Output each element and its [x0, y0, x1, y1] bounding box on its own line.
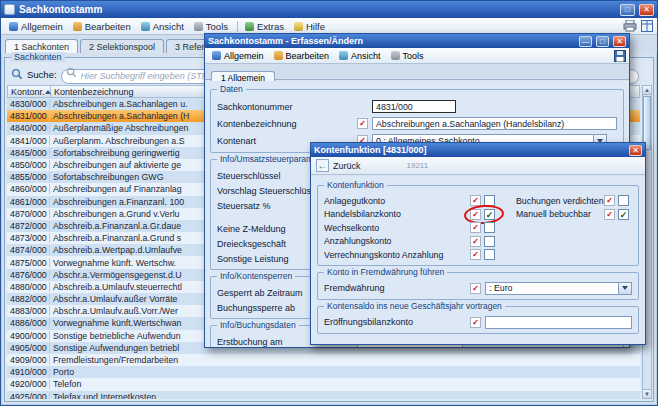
cell-kontonr: 4840/000	[7, 123, 50, 133]
close-button[interactable]: ✕	[639, 4, 654, 16]
column-header-kontonr[interactable]: Kontonr.	[8, 86, 51, 97]
function-column-right: Buchungen verdichtenManuell bebuchbar	[516, 194, 632, 262]
cell-kontenbezeichnung: Telefon	[50, 379, 640, 389]
input-kontenbezeichnung[interactable]: Abschreibungen a.Sachanlagen (Handelsbil…	[372, 117, 617, 130]
table-view-icon[interactable]	[641, 20, 653, 32]
maximize-button[interactable]: □	[620, 4, 635, 16]
save-icon[interactable]	[614, 50, 626, 62]
cell-kontonr: 4876/000	[7, 270, 50, 280]
menu-item-tools[interactable]: Tools	[387, 50, 430, 62]
menu-icon	[9, 22, 18, 31]
scroll-down-icon[interactable]: ▼	[643, 389, 651, 398]
cell-kontonr: 4855/000	[7, 172, 50, 182]
modified-check-icon	[470, 317, 481, 328]
menu-item-label: Bearbeiten	[85, 21, 131, 32]
table-row[interactable]: 4920/000Telefon	[7, 378, 640, 390]
form-id-label: 19211	[407, 161, 429, 170]
main-titlebar: Sachkontostamm □ ✕	[1, 1, 657, 18]
menu-icon	[294, 22, 303, 31]
sort-ascending-icon	[45, 90, 51, 94]
cell-kontonr: 4883/000	[7, 306, 50, 316]
cell-kontonr: 4861/000	[7, 197, 50, 207]
menu-item-hilfe[interactable]: Hilfe	[290, 20, 331, 33]
tab-1-sachkonten[interactable]: 1 Sachkonten	[5, 39, 78, 53]
menu-item-label: Hilfe	[306, 21, 325, 32]
field-label: Anzahlungskonto	[324, 236, 470, 246]
checkbox[interactable]	[484, 249, 495, 260]
back-icon[interactable]: ←	[316, 159, 329, 172]
cell-kontonr: 4886/000	[7, 318, 50, 328]
menu-item-label: Tools	[206, 21, 228, 32]
modified-check-icon	[604, 195, 615, 206]
table-row[interactable]: 4909/000Fremdleistungen/Fremdarbeiten	[7, 354, 640, 366]
function-row: Manuell bebuchbar	[516, 208, 632, 222]
field-label: Wechselkonto	[324, 223, 470, 233]
menu-item-label: Bearbeiten	[286, 51, 330, 61]
menu-item-label: Allgemein	[21, 21, 63, 32]
checkbox[interactable]	[484, 236, 495, 247]
menu-item-bearbeiten[interactable]: Bearbeiten	[270, 50, 336, 62]
menu-items: AllgemeinBearbeitenAnsichtToolsExtrasHil…	[5, 20, 331, 33]
popup-toolbar: ← Zurück 19211	[311, 157, 645, 175]
input-eroeffnungsbilanzkonto[interactable]	[485, 316, 632, 329]
print-icon[interactable]	[623, 20, 637, 32]
cell-kontonr: 4870/000	[7, 209, 50, 219]
group-kontenfunktion: Kontenfunktion AnlagegutkontoHandelsbila…	[317, 185, 639, 266]
field-label: Kontenbezeichnung	[217, 119, 357, 129]
window-title: Sachkontostamm	[19, 4, 616, 15]
close-button[interactable]: ✕	[613, 36, 626, 47]
checkbox[interactable]	[484, 195, 495, 206]
column-label: Kontonr.	[11, 87, 45, 97]
menu-item-label: Tools	[403, 51, 424, 61]
menu-item-label: Ansicht	[351, 51, 381, 61]
checkbox[interactable]	[618, 195, 629, 206]
checkbox[interactable]	[484, 222, 495, 233]
menu-item-ansicht[interactable]: Ansicht	[335, 50, 387, 62]
input-fremdwaehrung[interactable]: : Euro	[485, 282, 619, 295]
form-row: KontenbezeichnungAbschreibungen a.Sachan…	[217, 115, 617, 132]
menu-item-tools[interactable]: Tools	[190, 20, 234, 33]
dropdown-arrow-icon[interactable]	[619, 282, 632, 295]
cell-kontonr: 4920/000	[7, 379, 50, 389]
cell-kontonr: 4875/000	[7, 258, 50, 268]
menu-item-allgemein[interactable]: Allgemein	[5, 20, 69, 33]
back-button[interactable]: Zurück	[333, 161, 361, 171]
minimize-button[interactable]: —	[579, 36, 592, 47]
dialog-tabbar: 1 Allgemein	[205, 64, 629, 80]
table-row[interactable]: 4910/000Porto	[7, 366, 640, 378]
cell-kontonr: 4910/000	[7, 367, 50, 377]
scroll-up-icon[interactable]: ▲	[643, 86, 651, 95]
checkbox[interactable]	[484, 209, 495, 220]
menu-icon	[194, 22, 203, 31]
menu-icon	[141, 22, 150, 31]
cell-kontenbezeichnung: Telefax und Internetkosten	[50, 392, 640, 399]
function-columns: AnlagegutkontoHandelsbilanzkontoWechselk…	[324, 194, 632, 262]
cell-kontonr: 4880/000	[7, 282, 50, 292]
close-button[interactable]: ✕	[629, 145, 642, 156]
cell-kontonr: 4860/000	[7, 184, 50, 194]
input-sachkontonummer[interactable]: 4831/000	[372, 100, 456, 113]
table-row[interactable]: 4925/000Telefax und Internetkosten	[7, 391, 640, 400]
group-title: Kontensaldo ins neue Geschäftsjahr vortr…	[324, 301, 505, 311]
function-row: Verrechnungskonto Anzahlung	[324, 248, 516, 262]
popup-content: Kontenfunktion AnlagegutkontoHandelsbila…	[311, 176, 645, 344]
cell-kontonr: 4905/000	[7, 343, 50, 353]
search-label: Suche:	[27, 69, 57, 80]
menu-item-label: Extras	[257, 21, 284, 32]
checkbox[interactable]	[618, 209, 629, 220]
form-row: Fremdwährung : Euro	[324, 281, 632, 296]
group-saldovortrag: Kontensaldo ins neue Geschäftsjahr vortr…	[317, 306, 639, 334]
menu-item-ansicht[interactable]: Ansicht	[137, 20, 190, 33]
field-label: Verrechnungskonto Anzahlung	[324, 250, 470, 260]
menu-item-extras[interactable]: Extras	[241, 20, 290, 33]
menu-item-bearbeiten[interactable]: Bearbeiten	[69, 20, 137, 33]
tab-2-selektionspool[interactable]: 2 Selektionspool	[80, 39, 164, 53]
form-row: Eröffnungsbilanzkonto	[324, 315, 632, 330]
cell-kontonr: 4882/000	[7, 294, 50, 304]
cell-kontonr: 4831/000	[7, 111, 50, 121]
modified-check-icon	[357, 118, 368, 129]
group-title: Info/Buchungsdaten	[217, 320, 299, 330]
maximize-button[interactable]: □	[596, 36, 609, 47]
menu-item-allgemein[interactable]: Allgemein	[208, 50, 270, 62]
function-row: Anzahlungskonto	[324, 235, 516, 249]
